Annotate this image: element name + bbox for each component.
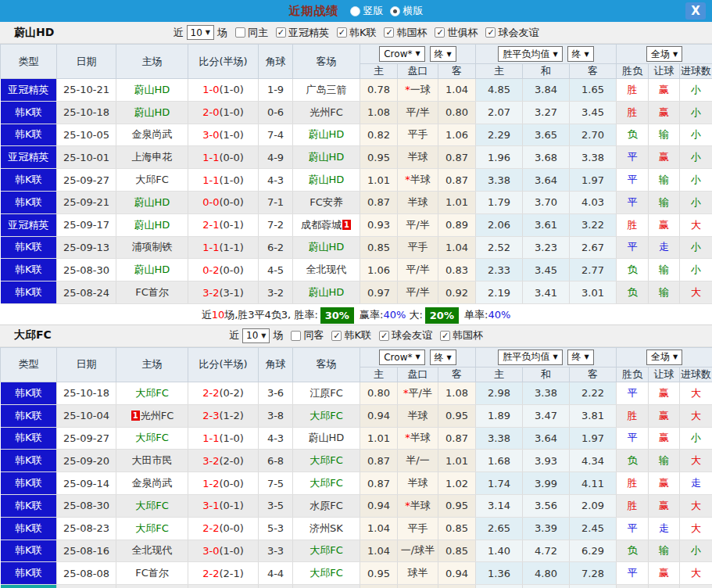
corners-cell: 4-9 [259, 146, 293, 169]
final-odds-select-1[interactable]: 终▼ [430, 46, 456, 62]
goals-result-cell: 小 [680, 259, 712, 281]
odds-away-cell: 0.87 [438, 146, 476, 169]
fulltime-score: 3-1 [202, 500, 219, 511]
home-team-name: 蔚山HD [134, 106, 170, 118]
handicap-line-cell: *半球 [398, 169, 438, 192]
fullmatch-select[interactable]: 全场▼ [646, 350, 682, 365]
score-cell: 2-2(0-2) [188, 382, 259, 404]
table-row: 韩K联25-09-21蔚山HD0-0(0-0)7-1FC安养0.87半球1.01… [1, 191, 712, 213]
home-team-name: 蔚山HD [134, 196, 170, 208]
final-odds-select-2[interactable]: 终▼ [567, 46, 594, 62]
odds-away-cell: 0.87 [438, 169, 476, 192]
avg-away-cell: 4.11 [570, 472, 617, 495]
home-team-name: 光州FC [141, 410, 174, 421]
table-row: 韩K联25-08-23大邱FC2-2(0-0)5-3济州SK1.04平手0.85… [1, 517, 712, 540]
matches-count-select[interactable]: 10▼ [187, 25, 214, 40]
away-team-name: 济州SK [309, 522, 343, 534]
home-team-name: 上海申花 [132, 151, 173, 163]
sub-header-2: 客 [438, 367, 476, 382]
handicap-result-cell: 赢 [649, 494, 680, 517]
table-row: 韩K联25-08-16全北现代3-0(1-0)3-3大邱FC1.04一/球半0.… [1, 540, 712, 562]
same-side-checkbox[interactable] [291, 331, 301, 341]
handicap-line-cell: *平/半 [398, 382, 438, 404]
crow-company-select[interactable]: Crow*▼ [379, 350, 424, 365]
avg-home-cell: 1.79 [476, 191, 523, 213]
home-team-name: 大邱FC [135, 500, 169, 511]
layout-radio-1[interactable] [390, 6, 400, 16]
league-checkbox-0[interactable]: ✓ [276, 27, 286, 38]
fulltime-score: 0-2 [202, 264, 219, 276]
odds-home-cell: 1.04 [360, 540, 398, 562]
odds-away-cell: 1.02 [438, 472, 476, 495]
home-team-name: 蔚山HD [134, 219, 170, 231]
summary-part-5: 40% [383, 309, 406, 321]
layout-radio-0[interactable] [350, 6, 360, 16]
avg-home-cell: 2.06 [476, 213, 523, 236]
avg-home-cell: 1.36 [476, 562, 523, 585]
score-cell: 3-2(3-1) [188, 281, 259, 304]
sub-header-1: 盘口 [398, 64, 438, 79]
away-team-cell: 蔚山HD [293, 169, 360, 192]
sub-header-4: 和 [523, 367, 570, 382]
summary-part-9: 40% [488, 309, 510, 321]
home-team-cell: 蔚山HD [116, 259, 188, 281]
fulltime-score: 2-2 [202, 387, 219, 399]
date-cell: 25-08-16 [57, 540, 116, 562]
col-header-1: 日期 [57, 347, 116, 382]
table-row: 韩K联25-09-20大田市民3-2(2-0)6-8大邱FC0.87半/一1.0… [1, 450, 712, 472]
fullmatch-select[interactable]: 全场▼ [646, 46, 682, 62]
away-team-name: FC安养 [309, 196, 343, 208]
score-cell: 2-2(2-1) [188, 562, 259, 585]
final-odds-select-1[interactable]: 终▼ [430, 350, 456, 365]
avg-home-cell: 1.89 [476, 404, 523, 427]
table-row: 韩K联25-09-27大邱FC1-1(1-0)4-3蔚山HD1.01*半球0.8… [1, 169, 712, 192]
goals-result-cell: 小 [680, 427, 712, 450]
league-type-cell: 韩K联 [1, 562, 57, 585]
sub-header-6: 胜负 [617, 367, 649, 382]
league-checkbox-0[interactable]: ✓ [331, 331, 342, 341]
result-cell: 胜 [617, 472, 649, 495]
avg-odds-select[interactable]: 胜平负均值▼ [498, 350, 562, 365]
fulltime-score: 3-2 [202, 455, 219, 467]
avg-draw-cell: 3.70 [523, 191, 570, 213]
league-checkbox-1[interactable]: ✓ [379, 331, 389, 341]
crow-company-select-value: Crow* [384, 48, 412, 59]
matches-count-select[interactable]: 10▼ [242, 328, 270, 343]
league-checkbox-2[interactable]: ✓ [440, 331, 450, 341]
corners-cell: 7-5 [259, 472, 293, 495]
handicap-result-cell: 赢 [649, 146, 680, 169]
away-team-name: 蔚山HD [309, 128, 345, 140]
close-button[interactable]: X [685, 2, 706, 20]
league-checkbox-1[interactable]: ✓ [337, 27, 347, 38]
sub-header-7: 让球 [649, 367, 680, 382]
corners-cell: 0-6 [259, 101, 293, 124]
avg-draw-cell: 4.72 [523, 540, 570, 562]
halftime-score: (0-0) [219, 522, 243, 534]
same-side-checkbox[interactable] [235, 27, 245, 38]
date-cell: 25-09-20 [57, 450, 116, 472]
final-odds-select-2[interactable]: 终▼ [567, 350, 594, 365]
league-checkbox-4[interactable]: ✓ [485, 27, 496, 38]
odds-home-cell: 0.87 [360, 450, 398, 472]
halftime-score: (2-0) [219, 455, 243, 467]
odds-home-cell: 0.94 [360, 404, 398, 427]
league-type-label: 亚冠精英 [1, 146, 57, 168]
avg-away-cell: 2.70 [570, 124, 617, 146]
handicap-line-cell: 平/半 [398, 281, 438, 304]
home-team-name: 金泉尚武 [132, 477, 173, 489]
odds-away-cell: 0.83 [438, 259, 476, 281]
league-checkbox-2[interactable]: ✓ [384, 27, 394, 38]
home-team-cell: 蔚山HD [116, 79, 188, 102]
crow-company-select[interactable]: Crow*▼ [379, 46, 424, 62]
handicap-line: 一/球半 [401, 544, 435, 556]
goals-result-cell: 大 [680, 562, 712, 585]
league-type-cell: 亚冠精英 [1, 79, 57, 102]
corners-cell: 7-2 [259, 213, 293, 236]
league-checkbox-3[interactable]: ✓ [435, 27, 445, 38]
date-cell: 25-08-08 [57, 562, 116, 585]
handicap-line-cell: 半球 [398, 404, 438, 427]
avg-away-cell: 6.29 [570, 540, 617, 562]
halftime-score: (1-0) [219, 84, 243, 95]
goals-result-cell: 走 [680, 472, 712, 495]
avg-odds-select[interactable]: 胜平负均值▼ [498, 46, 562, 62]
